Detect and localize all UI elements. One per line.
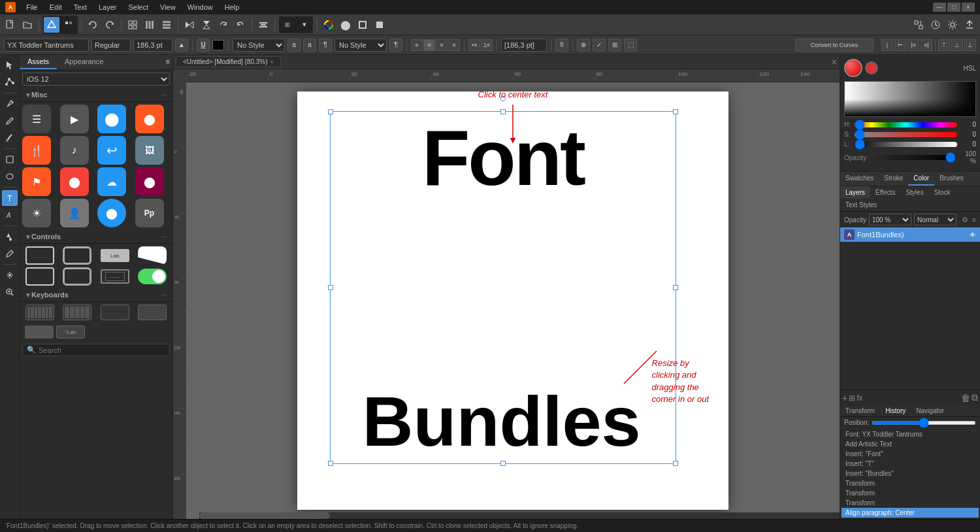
handle-bot-mid[interactable] bbox=[500, 461, 506, 466]
para-mark-btn[interactable]: ¶ bbox=[319, 39, 332, 52]
char-style-more[interactable]: a bbox=[287, 39, 301, 52]
misc-item-11[interactable]: ⬤ bbox=[135, 167, 164, 196]
kbd-item-4[interactable] bbox=[25, 325, 54, 339]
tab-effects[interactable]: Effects bbox=[870, 186, 900, 199]
redo-button[interactable] bbox=[102, 17, 118, 33]
brush-tool[interactable] bbox=[2, 130, 18, 146]
close-button[interactable]: × bbox=[962, 3, 975, 12]
misc-item-14[interactable]: ⬤ bbox=[97, 199, 126, 227]
tab-layers[interactable]: Layers bbox=[840, 186, 870, 199]
misc-item-4[interactable]: 🍴 bbox=[22, 136, 51, 165]
handle-top-right[interactable] bbox=[673, 109, 678, 114]
kbd-item-3[interactable] bbox=[135, 305, 171, 320]
font-size-up[interactable]: ▲ bbox=[175, 39, 188, 52]
history-insert-t[interactable]: Insert: "T" bbox=[841, 459, 979, 469]
text-selection-box[interactable]: Font Bundles bbox=[330, 111, 676, 464]
menu-bar[interactable]: File Edit Text Layer Select View Window … bbox=[21, 2, 244, 12]
keyboards-collapse-icon[interactable]: ▼ bbox=[25, 291, 31, 299]
artistic-text-tool[interactable]: A bbox=[2, 207, 18, 223]
new-button[interactable] bbox=[3, 17, 18, 33]
misc-item-1[interactable]: ▶ bbox=[60, 105, 89, 133]
ctrl-item-0[interactable] bbox=[22, 246, 57, 265]
stroke-color[interactable] bbox=[355, 17, 370, 33]
snap-toggle[interactable]: ⊞ bbox=[280, 17, 295, 33]
export-button[interactable] bbox=[962, 17, 977, 33]
document-tab[interactable]: <Untitled> [Modified] (80.3%) × bbox=[176, 56, 281, 67]
ctrl-item-6[interactable]: —— bbox=[97, 267, 133, 286]
text-bundles-line[interactable]: Bundles bbox=[327, 386, 676, 457]
kbd-item-0[interactable] bbox=[22, 305, 57, 320]
ellipse-tool[interactable] bbox=[2, 169, 18, 184]
assets-tab[interactable]: Assets bbox=[20, 55, 57, 69]
font-style-input[interactable] bbox=[91, 39, 131, 52]
text-top-btn[interactable]: ⊤ bbox=[938, 39, 950, 51]
ctrl-item-3[interactable] bbox=[135, 246, 171, 265]
handle-bot-left[interactable] bbox=[328, 461, 333, 466]
align-center-button[interactable]: ≡ bbox=[423, 39, 435, 51]
misc-item-13[interactable]: 👤 bbox=[60, 199, 89, 227]
kbd-item-2[interactable] bbox=[97, 305, 133, 320]
misc-collapse-icon[interactable]: ▼ bbox=[25, 91, 31, 99]
misc-item-6[interactable]: ↩ bbox=[97, 136, 126, 165]
align-justify-button[interactable]: ≡ bbox=[448, 39, 460, 51]
tab-color[interactable]: Color bbox=[908, 172, 934, 186]
handle-mid-right[interactable] bbox=[673, 285, 678, 290]
canvas-panel-close[interactable]: × bbox=[832, 57, 837, 67]
transform-mode-button[interactable] bbox=[911, 17, 926, 33]
document-tab-close[interactable]: × bbox=[270, 59, 274, 65]
list-number-button[interactable]: 1≡ bbox=[481, 39, 493, 51]
minimize-button[interactable]: — bbox=[933, 3, 946, 12]
rotate-cw-button[interactable] bbox=[216, 17, 231, 33]
menu-edit[interactable]: Edit bbox=[44, 2, 67, 12]
pan-tool[interactable] bbox=[2, 267, 18, 283]
kbd-item-1[interactable] bbox=[60, 305, 95, 320]
ctrl-item-1[interactable] bbox=[60, 246, 95, 265]
handle-mid-left[interactable] bbox=[328, 285, 333, 290]
misc-item-7[interactable]: 🖼 bbox=[135, 136, 164, 165]
row-button[interactable] bbox=[159, 17, 174, 33]
misc-item-2[interactable]: ⬤ bbox=[97, 105, 126, 133]
hsl-s-slider[interactable] bbox=[855, 132, 957, 137]
menu-file[interactable]: File bbox=[21, 2, 43, 12]
find-replace-btn[interactable]: ⊕ bbox=[577, 39, 590, 52]
flip-h-button[interactable] bbox=[182, 17, 197, 33]
kbd-item-5[interactable]: "Lah bbox=[56, 325, 85, 339]
history-align-paragraph[interactable]: Align paragraph: Center bbox=[841, 508, 979, 518]
tab-history[interactable]: History bbox=[880, 405, 911, 416]
ctrl-item-2[interactable]: Lab bbox=[97, 246, 133, 265]
maximize-button[interactable]: □ bbox=[947, 3, 960, 12]
color-gradient-box[interactable] bbox=[844, 81, 976, 117]
tab-stock[interactable]: Stock bbox=[929, 186, 956, 199]
menu-window[interactable]: Window bbox=[182, 2, 218, 12]
layer-item-font1bundles[interactable]: A Font1Bundles) 👁 bbox=[840, 227, 980, 242]
grid-button[interactable] bbox=[125, 17, 140, 33]
fill-tool[interactable] bbox=[2, 229, 18, 244]
layer-gear-icon[interactable]: ⚙ bbox=[962, 216, 968, 224]
history-font-info[interactable]: Font: YX Toddler Tantrums bbox=[841, 429, 979, 439]
history-insert-bundles[interactable]: Insert: "Bundles" bbox=[841, 469, 979, 478]
misc-item-5[interactable]: ♪ bbox=[60, 136, 89, 165]
settings-button[interactable] bbox=[945, 17, 960, 33]
list-bullet-button[interactable]: •≡ bbox=[468, 39, 480, 51]
wrap-text-btn[interactable]: ⬚ bbox=[624, 39, 637, 52]
snap-options[interactable]: ▾ bbox=[297, 17, 312, 33]
layer-add-button[interactable]: + bbox=[842, 392, 847, 403]
hsl-l-slider[interactable] bbox=[855, 142, 957, 147]
text-bot-btn[interactable]: ⊥ bbox=[964, 39, 976, 51]
hsl-h-slider[interactable] bbox=[855, 122, 957, 127]
layer-duplicate-button[interactable]: ⧉ bbox=[972, 392, 978, 403]
text-color-swatch[interactable] bbox=[212, 40, 224, 50]
tab-swatches[interactable]: Swatches bbox=[840, 172, 879, 186]
hsl-mode-label[interactable]: HSL bbox=[964, 65, 976, 72]
layer-fx-button[interactable]: fx bbox=[857, 392, 862, 403]
prop-btn-3[interactable]: |≡ bbox=[907, 39, 919, 51]
color-circle-1[interactable] bbox=[844, 59, 862, 77]
line-height-input[interactable] bbox=[501, 39, 547, 52]
tab-stroke[interactable]: Stroke bbox=[879, 172, 908, 186]
text-tool[interactable]: T bbox=[2, 190, 18, 206]
para-style-select[interactable]: No Style bbox=[335, 39, 387, 52]
layer-options-icon[interactable]: ≡ bbox=[972, 216, 976, 224]
pencil-tool[interactable] bbox=[2, 113, 18, 129]
pen-tool[interactable] bbox=[2, 96, 18, 112]
layer-blend-select[interactable]: Normal bbox=[914, 214, 956, 225]
